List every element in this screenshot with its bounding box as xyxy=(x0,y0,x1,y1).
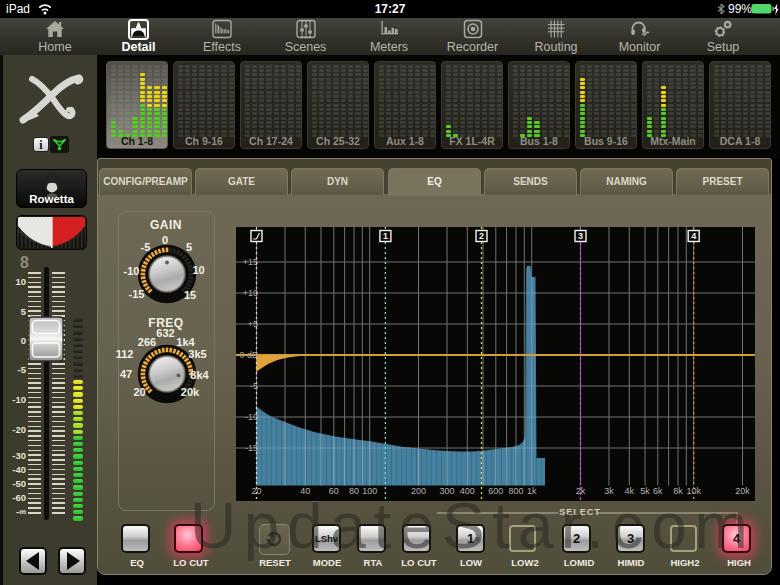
svg-text:-5: -5 xyxy=(250,381,258,391)
svg-text:1: 1 xyxy=(383,231,388,241)
svg-text:4: 4 xyxy=(691,231,696,241)
svg-text:0 dB: 0 dB xyxy=(239,350,258,360)
svg-text:2: 2 xyxy=(479,231,484,241)
svg-text:3: 3 xyxy=(578,231,583,241)
svg-text:+5: +5 xyxy=(248,319,258,329)
svg-text:-15: -15 xyxy=(245,443,258,453)
svg-text:+10: +10 xyxy=(243,288,258,298)
svg-text:-10: -10 xyxy=(245,412,258,422)
svg-text:+15: +15 xyxy=(243,257,258,267)
